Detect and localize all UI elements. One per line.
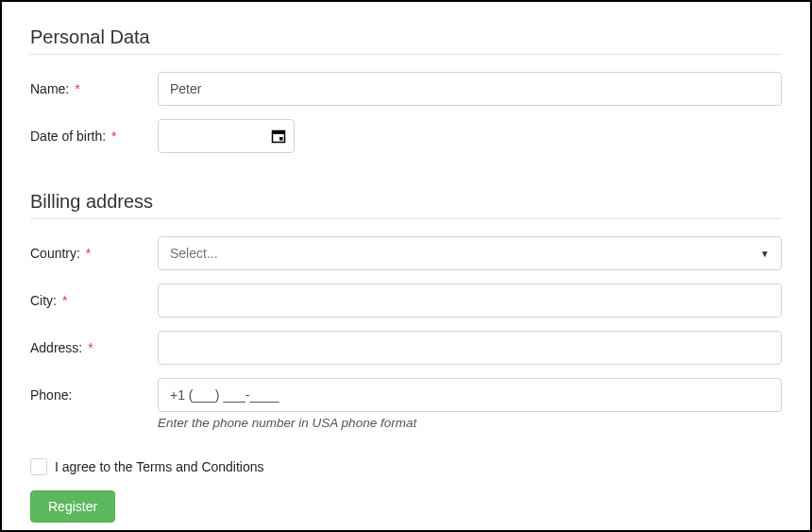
row-dob: Date of birth: *: [30, 119, 782, 153]
row-city: City: *: [30, 283, 782, 317]
city-input[interactable]: [158, 283, 782, 317]
svg-rect-2: [279, 137, 283, 141]
terms-checkbox[interactable]: [30, 458, 47, 475]
chevron-down-icon: ▼: [760, 249, 770, 259]
address-input[interactable]: [158, 331, 782, 365]
required-marker: *: [75, 81, 79, 96]
name-label-wrap: Name: *: [30, 81, 158, 96]
required-marker: *: [86, 246, 91, 261]
country-field-wrap: Select... ▼: [158, 236, 782, 270]
terms-row: I agree to the Terms and Conditions: [30, 458, 782, 475]
form-container: Personal Data Name: * Date of birth: *: [0, 0, 812, 532]
name-label: Name:: [30, 81, 69, 96]
section-title-personal: Personal Data: [30, 21, 782, 48]
country-label: Country:: [30, 246, 80, 261]
city-label: City:: [30, 293, 57, 308]
required-marker: *: [88, 340, 93, 355]
phone-help-text: Enter the phone number in USA phone form…: [158, 416, 782, 430]
required-marker: *: [62, 293, 67, 308]
dob-input-group[interactable]: [158, 119, 295, 153]
section-title-billing: Billing address: [30, 185, 782, 213]
calendar-icon[interactable]: [271, 129, 286, 144]
country-placeholder: Select...: [170, 246, 218, 261]
dob-label: Date of birth:: [30, 129, 106, 144]
address-label-wrap: Address: *: [30, 340, 158, 355]
city-field-wrap: [158, 283, 782, 317]
name-field-wrap: [158, 72, 782, 106]
dob-field-wrap: [158, 119, 782, 153]
phone-field-wrap: [158, 378, 782, 412]
row-name: Name: *: [30, 72, 782, 106]
divider: [30, 218, 782, 219]
country-select[interactable]: Select... ▼: [158, 236, 782, 270]
address-field-wrap: [158, 331, 782, 365]
row-address: Address: *: [30, 331, 782, 365]
country-label-wrap: Country: *: [30, 246, 158, 261]
phone-label-wrap: Phone:: [30, 387, 158, 403]
dob-label-wrap: Date of birth: *: [30, 129, 158, 144]
phone-label: Phone:: [30, 387, 72, 403]
city-label-wrap: City: *: [30, 293, 158, 308]
register-button[interactable]: Register: [30, 490, 115, 523]
divider: [30, 54, 782, 55]
row-country: Country: * Select... ▼: [30, 236, 782, 270]
terms-label: I agree to the Terms and Conditions: [55, 459, 264, 474]
dob-input[interactable]: [170, 128, 255, 145]
name-input[interactable]: [158, 72, 782, 106]
row-phone: Phone:: [30, 378, 782, 412]
address-label: Address:: [30, 340, 82, 355]
required-marker: *: [111, 129, 116, 144]
svg-rect-1: [273, 131, 285, 135]
phone-input[interactable]: [158, 378, 782, 412]
